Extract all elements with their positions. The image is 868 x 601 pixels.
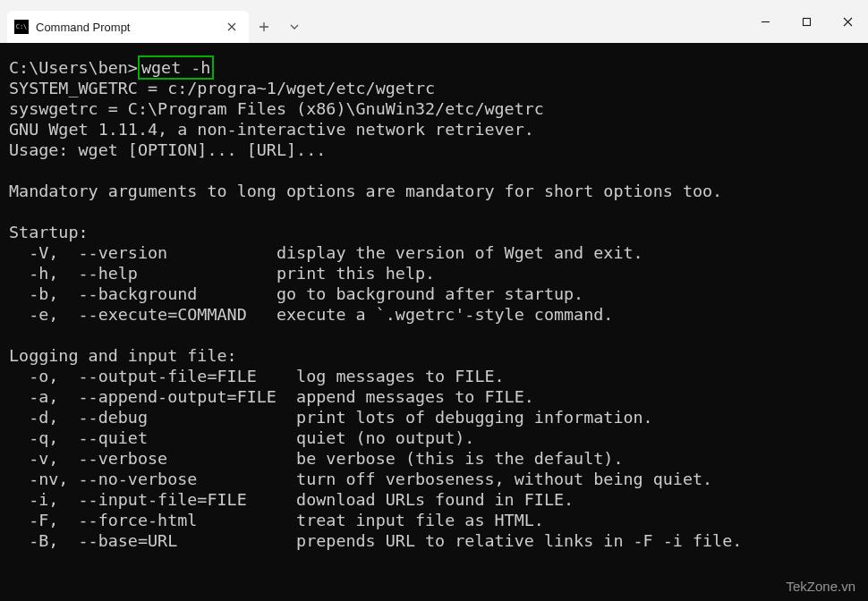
window-controls — [745, 0, 868, 43]
prompt-prefix: C:\Users\ben> — [9, 58, 138, 77]
maximize-button[interactable] — [786, 7, 827, 36]
tab-title: Command Prompt — [36, 21, 217, 34]
terminal-text: SYSTEM_WGETRC = c:/progra~1/wget/etc/wge… — [9, 79, 742, 550]
close-tab-icon[interactable] — [224, 19, 240, 35]
highlighted-command: wget -h — [138, 55, 215, 80]
tab-command-prompt[interactable]: Command Prompt — [7, 11, 249, 43]
terminal-output[interactable]: C:\Users\ben>wget -h SYSTEM_WGETRC = c:/… — [0, 43, 868, 601]
svg-rect-0 — [803, 18, 810, 25]
tab-strip: Command Prompt — [0, 0, 310, 43]
titlebar: Command Prompt — [0, 0, 868, 43]
close-window-button[interactable] — [827, 7, 868, 36]
minimize-button[interactable] — [745, 7, 786, 36]
new-tab-button[interactable] — [249, 11, 279, 43]
cmd-icon — [14, 20, 29, 34]
tab-dropdown-button[interactable] — [279, 11, 310, 43]
